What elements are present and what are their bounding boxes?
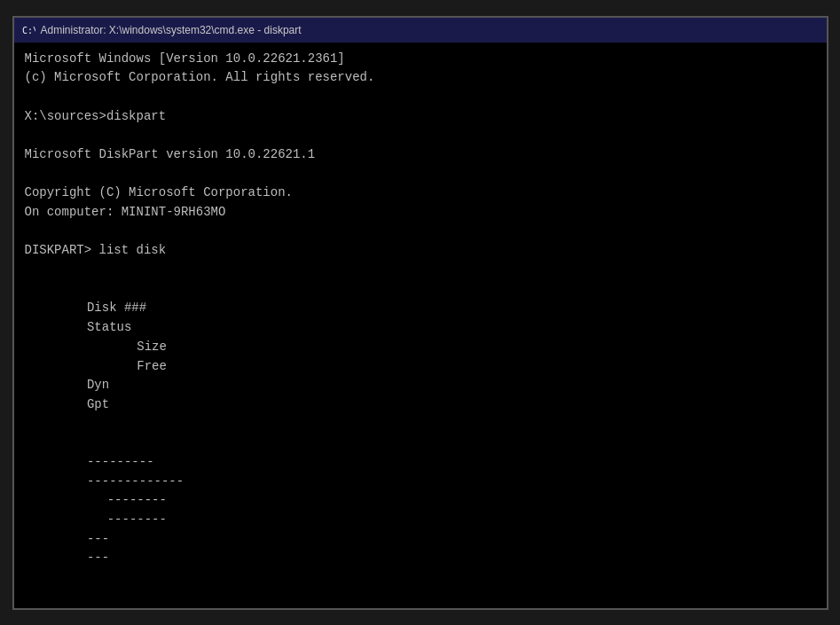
version-line-1: Microsoft Windows [Version 10.0.22621.23… <box>25 50 816 69</box>
header-status: Status <box>87 318 202 338</box>
sep-gpt: --- <box>87 549 122 568</box>
prompt-2: DISKPART> list disk <box>25 241 816 261</box>
table-separator: --------- ------------- -------- -------… <box>25 434 816 588</box>
version-line-2: (c) Microsoft Corporation. All rights re… <box>25 68 816 88</box>
sep-disk: --------- <box>87 453 158 473</box>
computer-line: On computer: MININT-9RH63MO <box>25 203 816 223</box>
cmd-window: C:\ Administrator: X:\windows\system32\c… <box>12 16 828 610</box>
sep-dyn: --- <box>87 530 131 550</box>
disk0-name: Disk 0 <box>87 606 158 607</box>
sep-free: -------- <box>87 511 176 530</box>
blank-5 <box>25 261 816 280</box>
sep-size: -------- <box>87 491 176 511</box>
cmd-icon: C:\ <box>21 23 35 37</box>
table-row-disk0: Disk 0 Online 10 GB 10 GB <box>25 588 816 608</box>
table-header: Disk ### Status Size Free Dyn Gpt <box>25 280 816 434</box>
title-bar: C:\ Administrator: X:\windows\system32\c… <box>14 18 827 43</box>
header-dyn: Dyn <box>87 376 131 395</box>
copyright: Copyright (C) Microsoft Corporation. <box>25 184 816 203</box>
header-gpt: Gpt <box>87 395 122 415</box>
diskpart-version: Microsoft DiskPart version 10.0.22621.1 <box>25 145 816 165</box>
terminal-body[interactable]: Microsoft Windows [Version 10.0.22621.23… <box>14 43 827 608</box>
blank-2 <box>25 126 816 145</box>
blank-4 <box>25 223 816 242</box>
window-title: Administrator: X:\windows\system32\cmd.e… <box>41 24 302 36</box>
prompt-1: X:\sources>diskpart <box>25 107 816 127</box>
sep-status: ------------- <box>87 473 202 492</box>
blank-1 <box>25 88 816 107</box>
header-size: Size <box>87 338 176 357</box>
header-free: Free <box>87 357 176 377</box>
svg-text:C:\: C:\ <box>22 26 35 35</box>
header-disk: Disk ### <box>87 299 158 318</box>
blank-3 <box>25 165 816 184</box>
